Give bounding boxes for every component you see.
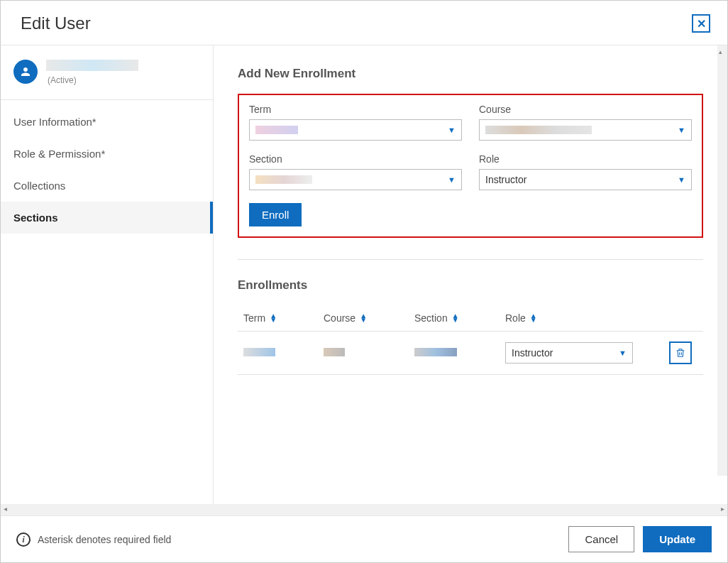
term-value-redacted [255,126,298,134]
modal-title: Edit User [21,13,91,33]
chevron-down-icon: ▼ [678,175,685,184]
course-label: Course [479,104,692,115]
nav-role-permission[interactable]: Role & Permission* [1,138,213,170]
edit-user-modal: Edit User ✕ (Active) User Information* R… [0,0,728,563]
user-block: (Active) [1,60,213,100]
user-status: (Active) [48,75,138,85]
row-term-redacted [243,348,275,356]
user-info: (Active) [46,60,138,85]
sort-icon: ▲▼ [530,314,537,322]
person-icon [19,65,32,78]
info-icon: i [16,532,31,547]
column-header-section[interactable]: Section ▲▼ [414,312,500,324]
chevron-down-icon: ▼ [448,126,456,134]
close-button[interactable]: ✕ [692,14,710,33]
row-section-redacted [414,348,457,356]
section-label: Section [249,153,462,165]
modal-footer: i Asterisk denotes required field Cancel… [1,515,727,562]
horizontal-scrollbar[interactable] [1,504,727,515]
row-course-redacted [324,348,345,356]
section-value-redacted [255,175,312,184]
nav-user-information[interactable]: User Information* [1,106,213,138]
main-panel: Add New Enrollment Term ▼ Course [214,45,727,504]
course-value-redacted [485,126,592,134]
term-label: Term [249,104,462,115]
avatar [13,60,38,84]
column-header-role[interactable]: Role ▲▼ [505,312,663,324]
role-value: Instructor [485,174,526,185]
sort-icon: ▲▼ [452,314,459,322]
modal-body: (Active) User Information* Role & Permis… [1,45,727,504]
row-role-select[interactable]: Instructor ▼ [505,342,633,364]
cancel-button[interactable]: Cancel [568,526,634,552]
divider [238,259,703,260]
enrollments-table: Term ▲▼ Course ▲▼ Section ▲▼ Role ▲▼ [238,305,703,375]
required-hint-text: Asterisk denotes required field [38,534,171,545]
chevron-down-icon: ▼ [619,349,627,357]
trash-icon [675,347,686,359]
add-enrollment-highlight: Term ▼ Course ▼ [238,94,703,238]
enrollments-title: Enrollments [238,278,703,293]
enroll-button[interactable]: Enroll [249,203,302,226]
row-role-value: Instructor [512,347,553,359]
sort-icon: ▲▼ [270,314,277,322]
table-header-row: Term ▲▼ Course ▲▼ Section ▲▼ Role ▲▼ [238,305,703,332]
column-header-term[interactable]: Term ▲▼ [243,312,318,324]
table-row: Instructor ▼ [238,332,703,375]
nav-collections[interactable]: Collections [1,170,213,202]
footer-hint: i Asterisk denotes required field [16,532,171,547]
nav-sections[interactable]: Sections [1,202,213,234]
sidebar: (Active) User Information* Role & Permis… [1,45,214,504]
role-label: Role [479,153,692,165]
delete-enrollment-button[interactable] [669,341,692,364]
course-select[interactable]: ▼ [479,119,692,141]
chevron-down-icon: ▼ [448,175,456,184]
user-name-redacted [46,60,138,71]
vertical-scrollbar[interactable] [717,45,727,476]
sort-icon: ▲▼ [360,314,367,322]
modal-header: Edit User ✕ [1,1,727,45]
update-button[interactable]: Update [643,526,712,552]
role-select[interactable]: Instructor ▼ [479,169,692,190]
add-enrollment-title: Add New Enrollment [238,67,703,81]
column-header-course[interactable]: Course ▲▼ [324,312,409,324]
close-icon: ✕ [697,17,706,31]
chevron-down-icon: ▼ [678,126,685,134]
term-select[interactable]: ▼ [249,119,462,141]
section-select[interactable]: ▼ [249,169,462,190]
